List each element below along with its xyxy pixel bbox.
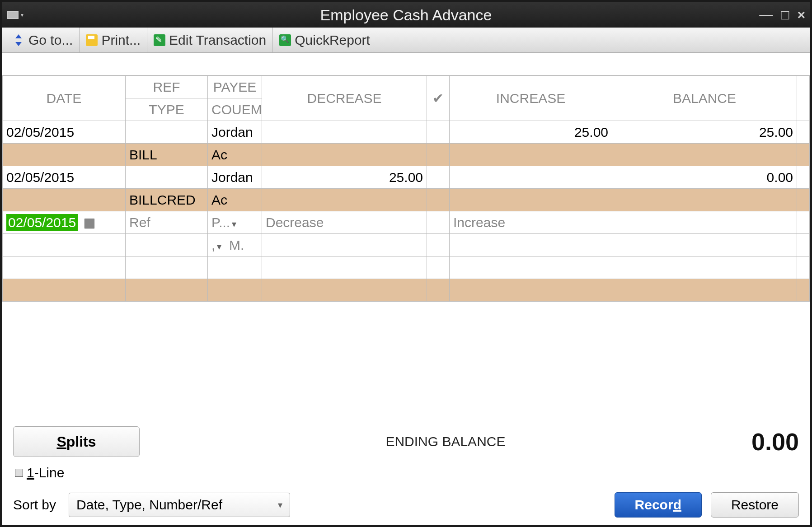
register-grid: DATE REF PAYEE DECREASE ✔ INCREASE BALAN… (2, 75, 810, 417)
col-decrease[interactable]: DECREASE (262, 76, 427, 121)
type-input[interactable] (126, 234, 208, 257)
cell-empty (450, 189, 612, 211)
one-line-checkbox[interactable] (15, 469, 23, 477)
maximize-button[interactable]: □ (781, 7, 789, 23)
restore-button[interactable]: Restore (711, 492, 799, 518)
chevron-down-icon: ▾ (276, 499, 282, 510)
system-icon (7, 11, 19, 19)
sort-by-label: Sort by (13, 497, 56, 513)
goto-label: Go to... (28, 33, 73, 48)
record-button[interactable]: Record (615, 492, 702, 518)
payee-input[interactable]: P...▾ (208, 211, 262, 234)
cell-increase[interactable]: 25.00 (450, 121, 612, 144)
cell-payee[interactable]: Jordan (208, 166, 262, 189)
splits-button[interactable]: Splits (13, 426, 140, 457)
ref-input[interactable]: Ref (126, 211, 208, 234)
table-row-sub[interactable]: BILL Ac (3, 144, 810, 166)
edit-transaction-button[interactable]: Edit Transaction (147, 28, 273, 52)
report-icon (279, 34, 291, 46)
system-dropdown-icon: ▼ (20, 13, 24, 18)
scrollbar[interactable] (797, 234, 810, 257)
cell-balance: 0.00 (612, 166, 797, 189)
sort-by-select[interactable]: Date, Type, Number/Ref ▾ (69, 493, 290, 517)
cell-memo[interactable] (262, 189, 427, 211)
scrollbar[interactable] (797, 121, 810, 144)
cell-date[interactable]: 02/05/2015 (3, 121, 126, 144)
cell-type[interactable]: BILL (126, 144, 208, 166)
print-icon (86, 34, 98, 46)
cell-empty (612, 144, 797, 166)
cell-ref[interactable] (126, 121, 208, 144)
col-balance[interactable]: BALANCE (612, 76, 797, 121)
quickreport-button[interactable]: QuickReport (273, 28, 376, 52)
system-menu[interactable]: ▼ (2, 11, 24, 19)
scrollbar[interactable] (797, 166, 810, 189)
decrease-input[interactable]: Decrease (262, 211, 427, 234)
date-value[interactable]: 02/05/2015 (6, 214, 78, 231)
cell-cleared[interactable] (427, 166, 450, 189)
cleared-input[interactable] (427, 211, 450, 234)
cell-empty (427, 234, 450, 257)
cell-decrease[interactable] (262, 121, 427, 144)
cell-empty (262, 234, 427, 257)
sort-by-value: Date, Type, Number/Ref (76, 497, 222, 513)
cell-date[interactable]: 02/05/2015 (3, 166, 126, 189)
cell-empty (3, 144, 126, 166)
toolbar: Go to... Print... Edit Transaction Quick… (2, 28, 810, 53)
col-date[interactable]: DATE (3, 76, 126, 121)
cell-account[interactable]: Ac (208, 144, 262, 166)
spacer (2, 53, 810, 75)
window-frame: ▼ Employee Cash Advance — □ × Go to... P… (0, 0, 812, 527)
report-label: QuickReport (295, 33, 370, 48)
cell-decrease[interactable]: 25.00 (262, 166, 427, 189)
cell-empty (612, 189, 797, 211)
col-account-memo[interactable]: COUEMO (208, 98, 262, 121)
goto-button[interactable]: Go to... (7, 28, 80, 52)
cell-empty (450, 234, 612, 257)
cell-cleared[interactable] (427, 121, 450, 144)
balance-cell (612, 211, 797, 234)
col-type[interactable]: TYPE (126, 98, 208, 121)
cell-type[interactable]: BILLCRED (126, 189, 208, 211)
col-payee[interactable]: PAYEE (208, 76, 262, 98)
table-row-sub[interactable]: BILLCRED Ac (3, 189, 810, 211)
scrollbar[interactable] (797, 189, 810, 211)
entry-row[interactable]: 02/05/2015 Ref P...▾ Decrease Increase (3, 211, 810, 234)
close-button[interactable]: × (797, 7, 805, 23)
increase-input[interactable]: Increase (450, 211, 612, 234)
cell-increase[interactable] (450, 166, 612, 189)
scrollbar-gutter (797, 76, 810, 121)
col-cleared[interactable]: ✔ (427, 76, 450, 121)
scrollbar[interactable] (797, 211, 810, 234)
blank-row-sub[interactable] (3, 279, 810, 302)
col-increase[interactable]: INCREASE (450, 76, 612, 121)
edit-icon (154, 34, 165, 46)
print-label: Print... (101, 33, 141, 48)
table-row[interactable]: 02/05/2015 Jordan 25.00 25.00 (3, 121, 810, 144)
calendar-icon[interactable] (84, 219, 94, 229)
one-line-label[interactable]: 1-Line (27, 465, 64, 480)
chevron-down-icon[interactable]: ▾ (230, 219, 236, 229)
edit-label: Edit Transaction (169, 33, 266, 48)
cell-empty (427, 144, 450, 166)
cell-empty (427, 189, 450, 211)
cell-account[interactable]: Ac (208, 189, 262, 211)
cell-memo[interactable] (262, 144, 427, 166)
goto-icon (13, 34, 25, 46)
scrollbar[interactable] (797, 257, 810, 279)
date-input[interactable]: 02/05/2015 (3, 211, 126, 234)
entry-row-sub[interactable]: ,▾ M. (3, 234, 810, 257)
scrollbar[interactable] (797, 144, 810, 166)
account-memo-input[interactable]: ,▾ M. (208, 234, 262, 257)
cell-payee[interactable]: Jordan (208, 121, 262, 144)
footer: Splits ENDING BALANCE 0.00 1-Line Sort b… (2, 417, 810, 525)
blank-row[interactable] (3, 257, 810, 279)
chevron-down-icon[interactable]: ▾ (215, 242, 221, 252)
scrollbar[interactable] (797, 279, 810, 302)
minimize-button[interactable]: — (759, 7, 773, 23)
col-ref[interactable]: REF (126, 76, 208, 98)
table-row[interactable]: 02/05/2015 Jordan 25.00 0.00 (3, 166, 810, 189)
cell-ref[interactable] (126, 166, 208, 189)
print-button[interactable]: Print... (80, 28, 147, 52)
window-title: Employee Cash Advance (320, 6, 492, 24)
